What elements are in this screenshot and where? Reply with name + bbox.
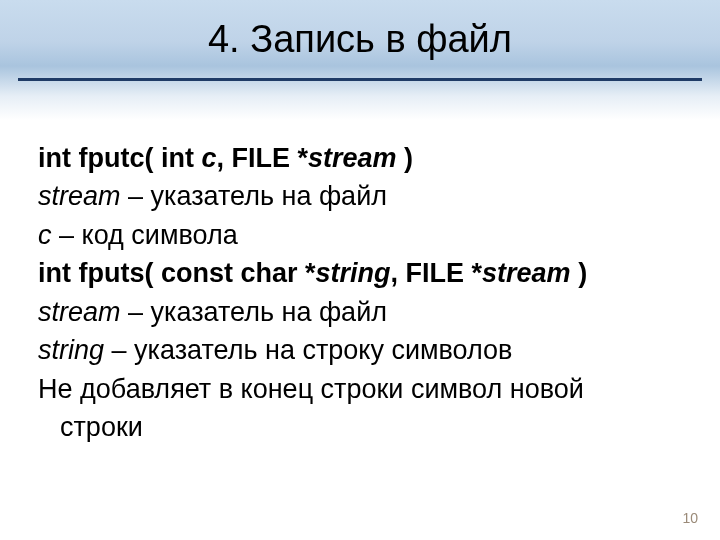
l6-t1: – указатель на строку символов — [104, 335, 512, 365]
line-4: int fputs( const char *string, FILE *str… — [38, 255, 682, 291]
l1-b1: int fputc( int — [38, 143, 201, 173]
l2-t1: – указатель на файл — [121, 181, 387, 211]
line-6: string – указатель на строку символов — [38, 332, 682, 368]
l4-t1: , — [391, 258, 406, 288]
l8-t1: строки — [60, 412, 143, 442]
line-5: stream – указатель на файл — [38, 294, 682, 330]
l2-i1: stream — [38, 181, 121, 211]
slide-title: 4. Запись в файл — [0, 18, 720, 61]
l1-i2: stream — [308, 143, 404, 173]
l3-i1: c — [38, 220, 52, 250]
l6-i1: string — [38, 335, 104, 365]
l4-b1: int fputs( const char * — [38, 258, 316, 288]
l1-b3: ) — [404, 143, 413, 173]
line-3: c – код символа — [38, 217, 682, 253]
l4-b3: ) — [578, 258, 587, 288]
l1-i1: c — [201, 143, 216, 173]
title-rule — [18, 78, 702, 81]
slide: 4. Запись в файл int fputc( int c, FILE … — [0, 0, 720, 540]
line-7: Не добавляет в конец строки символ новой — [38, 371, 682, 407]
page-number: 10 — [682, 510, 698, 526]
line-1: int fputc( int c, FILE *stream ) — [38, 140, 682, 176]
l4-i2: stream — [482, 258, 578, 288]
l5-i1: stream — [38, 297, 121, 327]
l3-t1: – код символа — [52, 220, 238, 250]
line-2: stream – указатель на файл — [38, 178, 682, 214]
line-8: строки — [38, 409, 682, 445]
l7-t1: Не добавляет в конец строки символ новой — [38, 374, 584, 404]
l1-t1: , — [216, 143, 231, 173]
body-text: int fputc( int c, FILE *stream ) stream … — [38, 140, 682, 448]
l1-b2: FILE * — [232, 143, 309, 173]
l4-b2: FILE * — [406, 258, 483, 288]
l4-i1: string — [316, 258, 391, 288]
l5-t1: – указатель на файл — [121, 297, 387, 327]
